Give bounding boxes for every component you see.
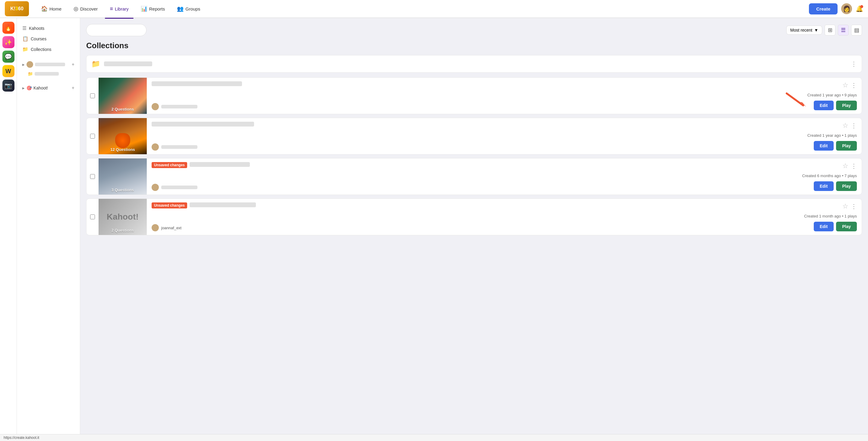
groups-icon: 👥 [177, 5, 184, 12]
nav-groups[interactable]: 👥 Groups [172, 3, 205, 14]
page-title: Collections [86, 41, 862, 50]
card-4-meta: Created 1 month ago • 1 plays [804, 214, 857, 218]
sidebar-icon-orange[interactable]: 🔥 [2, 22, 14, 34]
card-2-checkbox[interactable] [90, 134, 95, 138]
nav-kahoots[interactable]: ☰ Kahoots [19, 23, 78, 33]
nav-collections[interactable]: 📁 Collections [19, 44, 78, 55]
sort-dropdown[interactable]: Most recent ▼ [786, 26, 822, 35]
card-3-edit-button[interactable]: Edit [814, 181, 834, 191]
courses-label: Courses [31, 36, 46, 41]
card-3-play-button[interactable]: Play [836, 181, 857, 191]
card-4-star-button[interactable]: ☆ [842, 202, 848, 210]
card-2-thumbnail: 12 Questions [98, 118, 147, 154]
card-2-questions: 12 Questions [98, 147, 147, 152]
card-3-icons-row: ☆ ⋮ [842, 162, 857, 170]
card-2-star-button[interactable]: ☆ [842, 122, 848, 129]
card-2-avatar [152, 144, 159, 151]
library-icon: ≡ [110, 6, 113, 12]
folder-icon: 📁 [28, 71, 33, 76]
card-4-unsaved-badge: Unsaved changes [152, 202, 187, 209]
card-1-buttons: Edit Play [814, 101, 857, 110]
notification-dot [860, 5, 863, 8]
folder-menu-button[interactable]: ⋮ [851, 60, 857, 67]
card-3-top: Unsaved changes [152, 162, 792, 168]
card-2-play-button[interactable]: Play [836, 141, 857, 151]
expand-arrow-icon: ▶ [22, 63, 25, 66]
card-1-body [147, 78, 801, 114]
card-1-thumbnail: 2 Questions [98, 78, 147, 114]
card-4-avatar [152, 224, 159, 231]
card-2-top [152, 122, 797, 127]
card-1-bottom [152, 103, 797, 110]
card-4-checkbox[interactable] [90, 215, 95, 219]
kahoot-expand[interactable]: ▶ 🎯 Kahoot! + [19, 83, 78, 93]
nav-courses[interactable]: 📋 Courses [19, 33, 78, 44]
nav-library[interactable]: ≡ Library [105, 3, 133, 14]
card-2-buttons: Edit Play [814, 141, 857, 151]
collections-icon: 📁 [22, 46, 28, 52]
create-button[interactable]: Create [809, 3, 838, 14]
kahoot-section: ▶ 🎯 Kahoot! + [19, 83, 78, 93]
my-library-expand[interactable]: ▶ + [19, 59, 78, 70]
avatar[interactable]: 👩 [841, 3, 852, 14]
card-3-star-button[interactable]: ☆ [842, 162, 848, 170]
grid-view-button[interactable]: ☰ [838, 25, 849, 36]
folder-item[interactable]: 📁 [19, 70, 78, 78]
kahoot-card-2: 12 Questions ☆ ⋮ Created 1 year ago • 1 … [86, 118, 862, 155]
card-2-meta: Created 1 year ago • 1 plays [807, 133, 857, 138]
user-label-skeleton [35, 63, 65, 66]
card-1-meta: Created 1 year ago • 9 plays [807, 93, 857, 97]
kahoot-expand-arrow: ▶ [22, 87, 25, 90]
chat-icon: 💬 [4, 53, 12, 60]
card-1-more-button[interactable]: ⋮ [851, 82, 857, 89]
card-2-edit-button[interactable]: Edit [814, 141, 834, 151]
card-3-unsaved-badge: Unsaved changes [152, 162, 187, 168]
sort-label: Most recent [790, 28, 812, 33]
kahoot-section-icon: 🎯 [27, 86, 32, 90]
card-1-star-button[interactable]: ☆ [842, 81, 848, 89]
nav-home[interactable]: 🏠 Home [36, 3, 66, 14]
star-icon: ✨ [4, 38, 12, 46]
add-view-button[interactable]: ⊞ [825, 25, 835, 36]
card-1-top [152, 81, 797, 86]
card-2-title-skeleton [152, 122, 254, 127]
sidebar-icon-green[interactable]: 💬 [2, 51, 14, 63]
card-3-checkbox[interactable] [90, 174, 95, 179]
my-library-section: ▶ + 📁 [19, 59, 78, 78]
notifications-button[interactable]: 🔔 [856, 5, 863, 12]
add-button[interactable]: + [72, 62, 74, 67]
reports-icon: 📊 [141, 5, 147, 12]
card-2-more-button[interactable]: ⋮ [851, 122, 857, 129]
nav-discover[interactable]: ◎ Discover [69, 3, 102, 14]
card-1-play-button[interactable]: Play [836, 101, 857, 110]
card-4-more-button[interactable]: ⋮ [851, 203, 857, 210]
card-4-body: Unsaved changes joannaf_ext [147, 199, 799, 235]
card-3-right: ☆ ⋮ Created 6 months ago • 7 plays Edit … [797, 158, 862, 195]
top-navbar: K!360 🏠 Home ◎ Discover ≡ Library 📊 Repo… [0, 0, 868, 18]
folder-name-skeleton [104, 61, 152, 66]
nav-reports[interactable]: 📊 Reports [136, 3, 170, 14]
card-2-author-skeleton [161, 145, 197, 149]
nav-library-label: Library [115, 6, 129, 11]
search-bar[interactable] [86, 24, 147, 36]
card-4-bottom: joannaf_ext [152, 224, 795, 231]
list-view-button[interactable]: ▤ [851, 25, 862, 36]
card-4-edit-button[interactable]: Edit [814, 222, 834, 231]
sidebar-icon-dark[interactable]: 📷 [2, 80, 14, 92]
kahoot-card-3: 3 Questions Unsaved changes ☆ ⋮ Created … [86, 158, 862, 195]
sidebar-icon-pink[interactable]: ✨ [2, 36, 14, 48]
card-4-play-button[interactable]: Play [836, 222, 857, 231]
card-1-right: ☆ ⋮ Created 1 year ago • 9 plays Edit Pl… [801, 78, 862, 114]
card-4-icons-row: ☆ ⋮ [842, 202, 857, 210]
kahoot-add-button[interactable]: + [72, 85, 74, 91]
folder-row-icon: 📁 [91, 60, 100, 68]
card-1-checkbox[interactable] [90, 93, 95, 98]
card-4-buttons: Edit Play [814, 222, 857, 231]
sidebar-icon-yellow[interactable]: W [2, 65, 14, 77]
discover-icon: ◎ [73, 5, 79, 12]
card-1-edit-button[interactable]: Edit [814, 101, 834, 110]
card-3-more-button[interactable]: ⋮ [851, 162, 857, 169]
card-1-checkbox-area [87, 78, 98, 114]
card-1-title-skeleton [152, 81, 242, 86]
card-2-body [147, 118, 801, 154]
